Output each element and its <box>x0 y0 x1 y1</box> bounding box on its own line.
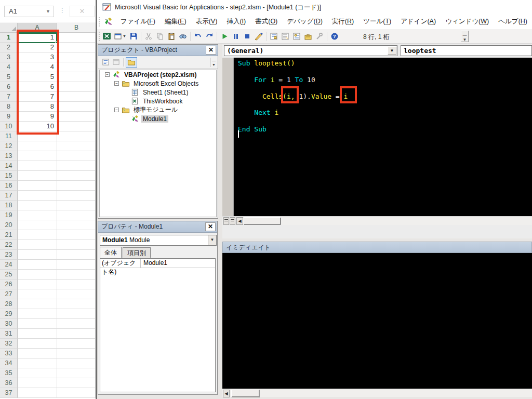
cell-b19[interactable] <box>57 210 96 220</box>
row-header[interactable]: 21 <box>0 230 18 240</box>
menu-item-t[interactable]: ツール(T) <box>358 15 396 28</box>
tree-item-thisworkbook[interactable]: ThisWorkbook <box>100 97 216 105</box>
cell-b2[interactable] <box>57 43 96 52</box>
row-header[interactable]: 1 <box>0 33 18 43</box>
tree-item-sheet1[interactable]: Sheet1 (Sheet1) <box>100 88 216 97</box>
cell-a16[interactable] <box>18 181 57 191</box>
cell-a14[interactable] <box>18 161 57 171</box>
row-header[interactable]: 24 <box>0 260 18 270</box>
cell-b18[interactable] <box>57 201 96 210</box>
cell-a24[interactable] <box>18 260 57 270</box>
cell-a12[interactable] <box>18 141 57 151</box>
cell-b14[interactable] <box>57 161 96 171</box>
run-icon[interactable] <box>219 31 230 42</box>
property-row[interactable]: (オブジェクト名) Module1 <box>100 259 215 268</box>
properties-panel-titlebar[interactable]: プロパティ - Module1 ✕ <box>98 221 217 233</box>
cell-b33[interactable] <box>57 349 96 358</box>
break-icon[interactable] <box>230 31 242 42</box>
cell-a33[interactable] <box>18 349 57 358</box>
row-header[interactable]: 2 <box>0 43 18 52</box>
menu-item-w[interactable]: ウィンドウ(W) <box>441 15 494 28</box>
cell-a37[interactable] <box>18 388 57 398</box>
help-icon[interactable]: ? <box>329 31 340 42</box>
menu-item-h[interactable]: ヘルプ(H) <box>494 15 532 28</box>
collapse-icon[interactable]: − <box>114 81 119 86</box>
chevron-down-icon[interactable]: ▼ <box>46 6 50 17</box>
cell-b16[interactable] <box>57 181 96 191</box>
row-header[interactable]: 8 <box>0 102 18 112</box>
row-header[interactable]: 28 <box>0 299 18 309</box>
cell-b29[interactable] <box>57 309 96 319</box>
row-header[interactable]: 31 <box>0 329 18 339</box>
row-header[interactable]: 20 <box>0 220 18 230</box>
cell-a20[interactable] <box>18 220 57 230</box>
redo-icon[interactable] <box>204 31 215 42</box>
cut-icon[interactable] <box>143 31 154 42</box>
copy-icon[interactable] <box>154 31 166 42</box>
menu-item-d[interactable]: デバッグ(D) <box>282 15 327 28</box>
scroll-left-icon[interactable]: ◀ <box>223 390 230 397</box>
cell-b34[interactable] <box>57 358 96 368</box>
row-header[interactable]: 32 <box>0 339 18 349</box>
row-header[interactable]: 5 <box>0 72 18 82</box>
toolbox-icon[interactable] <box>302 31 314 42</box>
cell-a27[interactable] <box>18 289 57 299</box>
cell-b22[interactable] <box>57 240 96 250</box>
chevron-down-icon[interactable]: ▼ <box>208 235 216 245</box>
cell-b12[interactable] <box>57 141 96 151</box>
design-mode-icon[interactable] <box>253 31 264 42</box>
cell-a30[interactable] <box>18 319 57 329</box>
select-all-button[interactable] <box>0 23 18 33</box>
tree-item-標準モジュール[interactable]: −標準モジュール <box>100 105 216 114</box>
menu-item-e[interactable]: 編集(E) <box>160 15 191 28</box>
code-editor[interactable]: Sub looptest() For i = 1 To 10 Cells(i, … <box>222 58 532 216</box>
cell-b4[interactable] <box>57 62 96 72</box>
cell-a21[interactable] <box>18 230 57 240</box>
cell-b3[interactable] <box>57 52 96 62</box>
view-code-icon[interactable] <box>100 58 111 67</box>
cell-a23[interactable] <box>18 250 57 260</box>
tree-item-microsoft[interactable]: −Microsoft Excel Objects <box>100 79 216 88</box>
margin-indicator-bar[interactable] <box>222 58 234 216</box>
scrollbar-thumb[interactable] <box>244 217 281 225</box>
immediate-titlebar[interactable]: イミディエイト <box>222 242 532 253</box>
full-module-view-button[interactable] <box>230 217 235 225</box>
cell-b35[interactable] <box>57 368 96 378</box>
row-header[interactable]: 35 <box>0 368 18 378</box>
save-icon[interactable] <box>128 31 139 42</box>
cell-b26[interactable] <box>57 280 96 289</box>
cell-b32[interactable] <box>57 339 96 349</box>
cell-a26[interactable] <box>18 280 57 289</box>
cell-a36[interactable] <box>18 378 57 388</box>
cancel-button[interactable]: ✕ <box>70 6 95 17</box>
cell-b17[interactable] <box>57 191 96 201</box>
module-window-icon[interactable] <box>104 17 113 26</box>
row-header[interactable]: 18 <box>0 201 18 210</box>
cell-b10[interactable] <box>57 122 96 131</box>
row-header[interactable]: 17 <box>0 191 18 201</box>
row-header[interactable]: 16 <box>0 181 18 191</box>
close-icon[interactable]: ✕ <box>205 222 216 231</box>
name-box[interactable]: A1 ▼ <box>4 6 54 17</box>
cell-b5[interactable] <box>57 72 96 82</box>
row-header[interactable]: 13 <box>0 151 18 161</box>
cell-b25[interactable] <box>57 270 96 280</box>
row-header[interactable]: 26 <box>0 280 18 289</box>
project-explorer-icon[interactable] <box>268 31 280 42</box>
chevron-down-icon[interactable]: ▼ <box>388 46 396 55</box>
cell-a28[interactable] <box>18 299 57 309</box>
cell-b31[interactable] <box>57 329 96 339</box>
cell-b15[interactable] <box>57 171 96 181</box>
cell-b7[interactable] <box>57 92 96 102</box>
cell-a31[interactable] <box>18 329 57 339</box>
reset-icon[interactable] <box>242 31 253 42</box>
row-header[interactable]: 30 <box>0 319 18 329</box>
menu-item-a[interactable]: アドイン(A) <box>396 15 441 28</box>
object-selector[interactable]: Module1 Module ▼ <box>100 235 217 246</box>
cell-a34[interactable] <box>18 358 57 368</box>
row-header[interactable]: 12 <box>0 141 18 151</box>
collapse-icon[interactable]: − <box>105 72 110 77</box>
object-browser-icon[interactable] <box>291 31 302 42</box>
menu-item-o[interactable]: 書式(O) <box>250 15 282 28</box>
cell-a32[interactable] <box>18 339 57 349</box>
